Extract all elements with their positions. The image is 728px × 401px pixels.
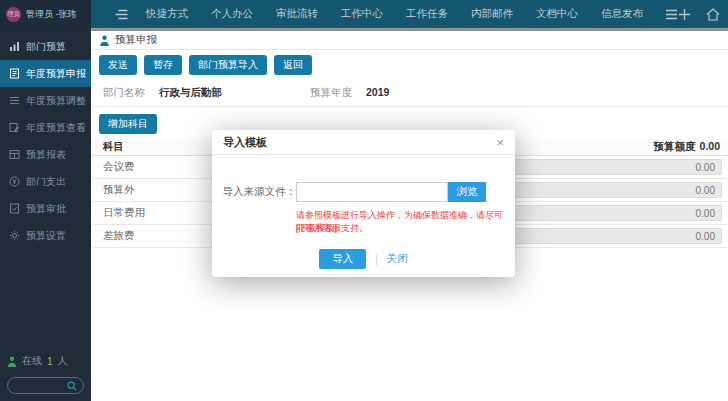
page-header: 预算申报 bbox=[91, 31, 728, 50]
footer-separator: | bbox=[375, 254, 378, 265]
app-window: 理员 管理员 -张玮 快捷方式 个人办公 审批流转 工作中心 工作任务 内部邮件… bbox=[0, 0, 728, 401]
download-template-link[interactable]: [下载模板] bbox=[296, 222, 337, 235]
online-person-icon bbox=[7, 356, 17, 367]
nav-item-document-center[interactable]: 文档中心 bbox=[536, 7, 578, 21]
amount-header-total: 0.00 bbox=[700, 140, 720, 154]
dept-name-label: 部门名称 bbox=[103, 86, 145, 100]
search-icon[interactable] bbox=[67, 381, 77, 391]
nav-item-work-tasks[interactable]: 工作任务 bbox=[406, 7, 448, 21]
settings-gear-icon bbox=[9, 230, 20, 241]
sidebar-item-budget-report[interactable]: 预算报表 bbox=[0, 141, 91, 168]
document-view-icon bbox=[9, 122, 20, 133]
budget-year-label: 预算年度 bbox=[310, 86, 352, 100]
money-icon bbox=[9, 176, 20, 187]
sidebar-item-budget-settings[interactable]: 预算设置 bbox=[0, 222, 91, 249]
import-source-file-label: 导入来源文件： bbox=[212, 185, 296, 199]
import-file-input[interactable] bbox=[296, 182, 448, 202]
person-icon bbox=[99, 35, 110, 46]
subject-off-budget: 预算外 bbox=[103, 183, 135, 197]
topbar: 理员 管理员 -张玮 快捷方式 个人办公 审批流转 工作中心 工作任务 内部邮件… bbox=[0, 0, 728, 28]
sidebar: 部门预算 年度预算申报 年度预算调整 年度预算查看 预算报表 bbox=[0, 28, 91, 401]
document-check-icon bbox=[9, 203, 20, 214]
add-subject-button[interactable]: 增加科目 bbox=[99, 114, 157, 134]
sidebar-item-label: 年度预算调整 bbox=[26, 94, 86, 108]
sidebar-item-label: 预算审批 bbox=[26, 202, 66, 216]
online-status: 在线 1 人 bbox=[7, 354, 84, 368]
modal-header: 导入模板 × bbox=[212, 130, 515, 155]
sidebar-item-dept-expense[interactable]: 部门支出 bbox=[0, 168, 91, 195]
nav-item-approval-flow[interactable]: 审批流转 bbox=[276, 7, 318, 21]
subject-daily-expense: 日常费用 bbox=[103, 206, 145, 220]
add-icon[interactable] bbox=[678, 8, 691, 21]
sidebar-item-annual-budget-view[interactable]: 年度预算查看 bbox=[0, 114, 91, 141]
browse-button[interactable]: 浏览 bbox=[448, 182, 486, 202]
sidebar-search-box bbox=[7, 377, 84, 394]
close-link[interactable]: 关闭 bbox=[387, 252, 408, 266]
top-nav: 快捷方式 个人办公 审批流转 工作中心 工作任务 内部邮件 文档中心 信息发布 bbox=[146, 7, 643, 21]
amount-column-header: 预算额度 bbox=[654, 140, 696, 154]
nav-item-internal-mail[interactable]: 内部邮件 bbox=[471, 7, 513, 21]
budget-form-row: 部门名称 行政与后勤部 预算年度 2019 bbox=[91, 79, 728, 106]
import-template-modal: 导入模板 × 导入来源文件： 浏览 请参照模板进行导入操作，为确保数据准确，请尽… bbox=[212, 130, 515, 277]
home-icon[interactable] bbox=[706, 8, 720, 21]
sidebar-item-budget-approval[interactable]: 预算审批 bbox=[0, 195, 91, 222]
sidebar-item-annual-budget-declare[interactable]: 年度预算申报 bbox=[0, 60, 91, 87]
sidebar-item-label: 年度预算申报 bbox=[26, 67, 86, 81]
sidebar-item-label: 年度预算查看 bbox=[26, 121, 86, 135]
online-suffix: 人 bbox=[58, 354, 68, 368]
budget-year-value: 2019 bbox=[366, 86, 389, 100]
close-icon[interactable]: × bbox=[496, 136, 504, 149]
subject-meeting-fee: 会议费 bbox=[103, 160, 135, 174]
nav-item-work-center[interactable]: 工作中心 bbox=[341, 7, 383, 21]
username: 管理员 -张玮 bbox=[26, 8, 77, 21]
subject-column-header: 科目 bbox=[103, 140, 124, 154]
send-button[interactable]: 发送 bbox=[99, 55, 137, 75]
subject-travel-fee: 差旅费 bbox=[103, 229, 135, 243]
avatar: 理员 bbox=[6, 7, 21, 22]
save-draft-button[interactable]: 暂存 bbox=[144, 55, 182, 75]
modal-footer: 导入 | 关闭 bbox=[212, 249, 515, 269]
online-prefix: 在线 bbox=[22, 354, 42, 368]
topbar-main: 快捷方式 个人办公 审批流转 工作中心 工作任务 内部邮件 文档中心 信息发布 bbox=[91, 0, 728, 28]
sidebar-search-input[interactable] bbox=[14, 381, 67, 391]
sidebar-item-annual-budget-adjust[interactable]: 年度预算调整 bbox=[0, 87, 91, 114]
import-file-row: 导入来源文件： 浏览 bbox=[212, 182, 515, 202]
toolbar: 发送 暂存 部门预算导入 返回 bbox=[91, 50, 728, 79]
nav-more-icon[interactable] bbox=[665, 9, 678, 20]
topbar-actions: 10 bbox=[678, 8, 728, 21]
sidebar-item-label: 部门支出 bbox=[26, 175, 66, 189]
dept-name-value: 行政与后勤部 bbox=[159, 86, 222, 100]
page-title: 预算申报 bbox=[115, 33, 157, 47]
sidebar-item-label: 预算报表 bbox=[26, 148, 66, 162]
nav-item-personal-office[interactable]: 个人办公 bbox=[211, 7, 253, 21]
sidebar-item-label: 部门预算 bbox=[26, 40, 66, 54]
online-count: 1 bbox=[47, 356, 53, 367]
bar-chart-icon bbox=[9, 41, 20, 52]
import-button[interactable]: 导入 bbox=[319, 249, 366, 269]
table-report-icon bbox=[9, 149, 20, 160]
nav-toggle-icon[interactable] bbox=[115, 9, 128, 20]
nav-item-info-publish[interactable]: 信息发布 bbox=[601, 7, 643, 21]
dept-budget-import-button[interactable]: 部门预算导入 bbox=[189, 55, 267, 75]
list-lines-icon bbox=[9, 95, 20, 106]
nav-item-shortcuts[interactable]: 快捷方式 bbox=[146, 7, 188, 21]
document-icon bbox=[9, 68, 20, 79]
sidebar-bottom: 在线 1 人 bbox=[0, 354, 91, 394]
sidebar-item-dept-budget[interactable]: 部门预算 bbox=[0, 33, 91, 60]
sidebar-item-label: 预算设置 bbox=[26, 229, 66, 243]
back-button[interactable]: 返回 bbox=[274, 55, 312, 75]
user-menu[interactable]: 理员 管理员 -张玮 bbox=[0, 0, 91, 28]
modal-title: 导入模板 bbox=[223, 135, 267, 150]
